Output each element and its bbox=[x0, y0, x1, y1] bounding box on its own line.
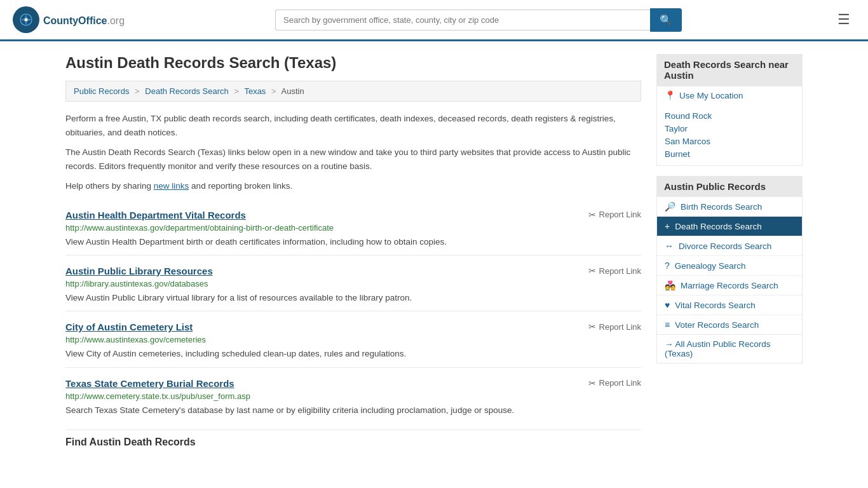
sidebar-record-label: Vital Records Search bbox=[675, 301, 756, 310]
record-type-icon: ♥ bbox=[665, 300, 670, 310]
record-url: http://library.austintexas.gov/databases bbox=[65, 279, 641, 288]
logo-area: CountyOffice.org bbox=[13, 6, 125, 33]
description-2: The Austin Death Records Search (Texas) … bbox=[65, 146, 641, 173]
nearby-title: Death Records Search near Austin bbox=[656, 54, 803, 86]
nearby-location-item[interactable]: Round Rock bbox=[657, 109, 802, 122]
sidebar-record-link[interactable]: ↔ Divorce Records Search bbox=[657, 236, 802, 255]
sidebar-record-link[interactable]: ♥ Vital Records Search bbox=[657, 295, 802, 315]
breadcrumb-death-records[interactable]: Death Records Search bbox=[145, 86, 229, 96]
scissors-icon: ✂ bbox=[588, 210, 596, 220]
search-input[interactable] bbox=[275, 10, 650, 30]
record-entry: Texas State Cemetery Burial Records ✂ Re… bbox=[65, 367, 641, 423]
nearby-location-link[interactable]: Taylor bbox=[665, 124, 688, 133]
breadcrumb-public-records[interactable]: Public Records bbox=[74, 86, 129, 96]
nearby-locations-list: Round RockTaylorSan MarcosBurnet bbox=[656, 104, 803, 166]
logo-text: CountyOffice.org bbox=[43, 13, 125, 27]
location-pin-icon: 📍 bbox=[665, 90, 675, 100]
description-3: Help others by sharing new links and rep… bbox=[65, 179, 641, 193]
use-location-link[interactable]: Use My Location bbox=[679, 91, 743, 100]
sidebar-record-link[interactable]: + Death Records Search bbox=[657, 217, 802, 236]
record-url: http://www.austintexas.gov/department/ob… bbox=[65, 223, 641, 233]
all-records-link[interactable]: → All Austin Public Records (Texas) bbox=[656, 335, 803, 363]
scissors-icon: ✂ bbox=[588, 266, 596, 276]
record-url: http://www.austintexas.gov/cemeteries bbox=[65, 335, 641, 344]
sidebar-record-link[interactable]: ? Genealogy Search bbox=[657, 256, 802, 275]
report-link[interactable]: ✂ Report Link bbox=[588, 266, 641, 276]
record-url: http://www.cemetery.state.tx.us/pub/user… bbox=[65, 391, 641, 401]
record-type-icon: ≡ bbox=[665, 320, 670, 330]
record-header: Texas State Cemetery Burial Records ✂ Re… bbox=[65, 378, 641, 389]
search-button[interactable]: 🔍 bbox=[650, 8, 682, 32]
record-type-icon: ? bbox=[665, 261, 670, 271]
breadcrumb-texas[interactable]: Texas bbox=[244, 86, 266, 96]
report-link[interactable]: ✂ Report Link bbox=[588, 322, 641, 332]
record-desc: View Austin Public Library virtual libra… bbox=[65, 292, 641, 304]
nearby-location-item[interactable]: Burnet bbox=[657, 147, 802, 160]
record-header: Austin Health Department Vital Records ✂… bbox=[65, 210, 641, 220]
nearby-location-item[interactable]: San Marcos bbox=[657, 135, 802, 147]
sidebar: Death Records Search near Austin 📍 Use M… bbox=[656, 54, 803, 448]
sidebar-record-link[interactable]: ≡ Voter Records Search bbox=[657, 315, 802, 334]
arrow-right-icon: → bbox=[665, 339, 675, 349]
sidebar-record-label: Death Records Search bbox=[675, 222, 762, 231]
logo-icon bbox=[13, 6, 39, 33]
nearby-location-item[interactable]: Taylor bbox=[657, 122, 802, 135]
sidebar-record-item[interactable]: ≡ Voter Records Search bbox=[657, 315, 802, 334]
breadcrumb: Public Records > Death Records Search > … bbox=[65, 81, 641, 102]
record-entry: Austin Health Department Vital Records ✂… bbox=[65, 200, 641, 255]
record-type-icon: + bbox=[665, 221, 670, 231]
scissors-icon: ✂ bbox=[588, 378, 596, 388]
report-link[interactable]: ✂ Report Link bbox=[588, 210, 641, 220]
public-records-section: Austin Public Records 🔎 Birth Records Se… bbox=[656, 176, 803, 363]
scissors-icon: ✂ bbox=[588, 322, 596, 332]
sidebar-record-label: Divorce Records Search bbox=[679, 241, 771, 251]
record-type-icon: ↔ bbox=[665, 241, 674, 251]
nearby-section: Death Records Search near Austin 📍 Use M… bbox=[656, 54, 803, 166]
use-my-location[interactable]: 📍 Use My Location bbox=[656, 86, 803, 104]
sidebar-record-item[interactable]: ↔ Divorce Records Search bbox=[657, 236, 802, 256]
sidebar-record-item[interactable]: 🔎 Birth Records Search bbox=[657, 197, 802, 217]
record-title[interactable]: Texas State Cemetery Burial Records bbox=[65, 378, 234, 389]
record-entry: Austin Public Library Resources ✂ Report… bbox=[65, 255, 641, 311]
page-title: Austin Death Records Search (Texas) bbox=[65, 54, 641, 72]
record-desc: View City of Austin cemeteries, includin… bbox=[65, 348, 641, 360]
svg-point-2 bbox=[25, 18, 28, 22]
record-title[interactable]: Austin Health Department Vital Records bbox=[65, 210, 246, 220]
sidebar-record-link[interactable]: 💑 Marriage Records Search bbox=[657, 276, 802, 295]
search-area: 🔍 bbox=[275, 8, 682, 32]
sidebar-record-item[interactable]: ♥ Vital Records Search bbox=[657, 295, 802, 315]
nearby-location-link[interactable]: Round Rock bbox=[665, 111, 712, 121]
new-links-link[interactable]: new links bbox=[154, 181, 189, 191]
record-header: Austin Public Library Resources ✂ Report… bbox=[65, 266, 641, 276]
record-title[interactable]: Austin Public Library Resources bbox=[65, 266, 213, 276]
record-entry: City of Austin Cemetery List ✂ Report Li… bbox=[65, 311, 641, 367]
record-desc: View Austin Health Department birth or d… bbox=[65, 236, 641, 248]
record-header: City of Austin Cemetery List ✂ Report Li… bbox=[65, 322, 641, 332]
public-records-title: Austin Public Records bbox=[656, 176, 803, 197]
records-container: Austin Health Department Vital Records ✂… bbox=[65, 200, 641, 423]
nearby-location-link[interactable]: San Marcos bbox=[665, 137, 710, 146]
sidebar-record-label: Genealogy Search bbox=[675, 261, 746, 271]
public-records-list: 🔎 Birth Records Search + Death Records S… bbox=[656, 197, 803, 335]
nearby-location-link[interactable]: Burnet bbox=[665, 149, 690, 159]
sidebar-record-item[interactable]: 💑 Marriage Records Search bbox=[657, 276, 802, 295]
breadcrumb-austin: Austin bbox=[281, 86, 304, 96]
find-heading: Find Austin Death Records bbox=[65, 430, 641, 448]
report-link[interactable]: ✂ Report Link bbox=[588, 378, 641, 388]
main-container: Austin Death Records Search (Texas) Publ… bbox=[53, 41, 815, 461]
sidebar-record-link[interactable]: 🔎 Birth Records Search bbox=[657, 197, 802, 216]
sidebar-record-label: Birth Records Search bbox=[681, 202, 762, 212]
description-1: Perform a free Austin, TX public death r… bbox=[65, 112, 641, 139]
record-type-icon: 🔎 bbox=[665, 201, 675, 212]
sidebar-record-label: Marriage Records Search bbox=[681, 281, 778, 290]
record-title[interactable]: City of Austin Cemetery List bbox=[65, 322, 193, 332]
sidebar-record-item[interactable]: ? Genealogy Search bbox=[657, 256, 802, 276]
header: CountyOffice.org 🔍 ☰ bbox=[0, 0, 868, 41]
sidebar-record-label: Voter Records Search bbox=[675, 320, 759, 330]
content-area: Austin Death Records Search (Texas) Publ… bbox=[65, 54, 641, 448]
record-desc: Search Texas State Cemetery's database b… bbox=[65, 404, 641, 417]
sidebar-record-item[interactable]: + Death Records Search bbox=[657, 217, 802, 236]
record-type-icon: 💑 bbox=[665, 280, 675, 290]
menu-button[interactable]: ☰ bbox=[832, 9, 855, 30]
